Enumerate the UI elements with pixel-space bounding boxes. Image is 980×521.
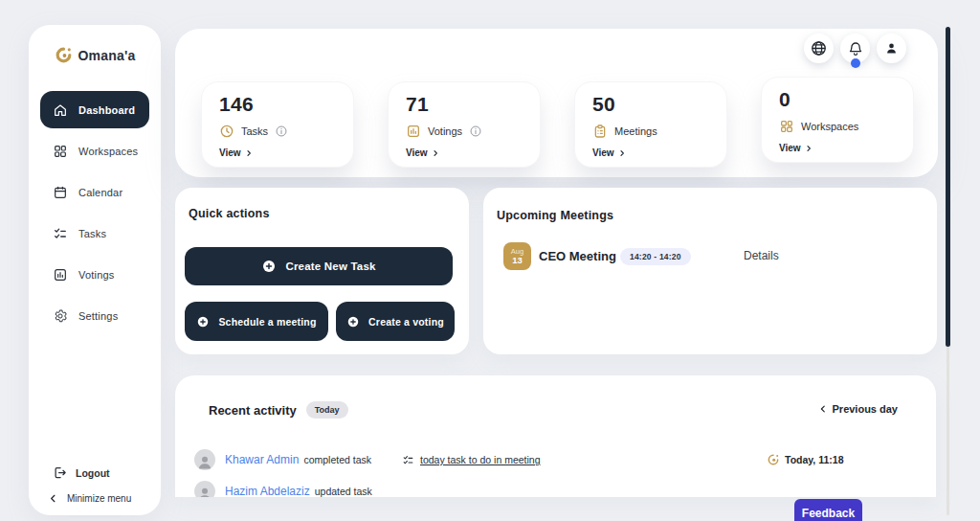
- recent-activity-panel: Recent activity Today Previous day Khawa…: [175, 375, 936, 497]
- plus-circle-icon: [346, 315, 360, 328]
- chevron-right-icon: [245, 149, 253, 157]
- calendar-icon: [53, 185, 68, 200]
- profile-button[interactable]: [877, 34, 906, 63]
- brand-name: Omana'a: [78, 48, 136, 63]
- clipboard-icon: [592, 124, 608, 139]
- stat-label: Votings: [428, 125, 462, 137]
- sidebar-item-label: Settings: [78, 310, 118, 322]
- activity-user-link[interactable]: Khawar Admin: [225, 453, 299, 466]
- sidebar-item-tasks[interactable]: Tasks: [40, 215, 149, 252]
- notification-dot: [851, 58, 860, 68]
- chevron-right-icon: [805, 145, 813, 152]
- tasks-icon: [53, 226, 68, 241]
- create-voting-button[interactable]: Create a voting: [336, 302, 455, 341]
- view-tasks-link[interactable]: View: [219, 147, 353, 158]
- tasks-icon: [402, 454, 414, 466]
- sidebar-item-dashboard[interactable]: Dashboard: [40, 91, 149, 128]
- create-new-task-button[interactable]: Create New Task: [185, 247, 453, 285]
- sidebar-item-label: Dashboard: [78, 104, 135, 116]
- logout-icon: [53, 465, 67, 480]
- bar-chart-icon: [406, 124, 421, 139]
- stat-label: Tasks: [241, 125, 268, 137]
- clock-icon: [219, 124, 234, 139]
- home-icon: [53, 102, 68, 118]
- previous-day-button[interactable]: Previous day: [818, 403, 898, 415]
- meeting-date-badge: Aug 13: [503, 242, 531, 270]
- sidebar-item-workspaces[interactable]: Workspaces: [40, 132, 149, 170]
- activity-time: Today, 11:18: [785, 454, 843, 465]
- sidebar-item-label: Calendar: [78, 187, 122, 198]
- quick-actions-panel: Quick actions Create New Task Schedule a…: [175, 188, 469, 354]
- today-badge: Today: [306, 401, 348, 419]
- plus-circle-icon: [261, 259, 277, 274]
- activity-row: Khawar Admin completed task today task t…: [194, 448, 917, 471]
- chevron-left-icon: [818, 404, 828, 414]
- upcoming-meetings-title: Upcoming Meetings: [497, 209, 613, 222]
- stat-label: Workspaces: [801, 121, 858, 132]
- settings-icon: [53, 308, 68, 324]
- brand-logo-icon: [55, 46, 73, 64]
- user-icon: [883, 40, 900, 57]
- grid-icon: [779, 119, 794, 134]
- activity-task-link[interactable]: today task to do in meeting: [420, 454, 541, 465]
- minimize-menu-label: Minimize menu: [67, 493, 131, 504]
- sidebar-item-label: Workspaces: [78, 146, 138, 157]
- chevron-right-icon: [432, 149, 439, 157]
- globe-icon: [810, 39, 828, 57]
- stat-card-meetings: 50 Meetings View: [574, 81, 727, 168]
- meeting-row: Aug 13 CEO Meeting 14:20 - 14:20 Details: [483, 240, 937, 275]
- plus-circle-icon: [196, 315, 210, 328]
- stat-label: Meetings: [614, 125, 657, 137]
- sidebar: Omana'a Dashboard: [29, 25, 161, 515]
- stat-value: 0: [779, 88, 913, 111]
- stat-value: 50: [592, 93, 726, 116]
- sidebar-item-label: Votings: [78, 269, 114, 281]
- view-workspaces-link[interactable]: View: [779, 143, 913, 153]
- avatar: [194, 481, 215, 497]
- scrollbar-thumb[interactable]: [946, 27, 950, 347]
- logout-button[interactable]: Logout: [53, 465, 110, 480]
- activity-user-link[interactable]: Hazim Abdelaziz: [225, 485, 310, 497]
- stat-card-tasks: 146 Tasks View: [201, 81, 354, 168]
- logout-label: Logout: [76, 467, 110, 479]
- quick-actions-title: Quick actions: [189, 207, 270, 220]
- bell-icon: [847, 40, 864, 57]
- sidebar-item-settings[interactable]: Settings: [40, 297, 149, 334]
- view-votings-link[interactable]: View: [406, 147, 540, 158]
- info-icon[interactable]: [275, 125, 288, 138]
- sidebar-item-calendar[interactable]: Calendar: [40, 173, 149, 211]
- votings-icon: [53, 267, 68, 283]
- time-logo-icon: [767, 453, 780, 466]
- chevron-right-icon: [618, 149, 626, 157]
- language-button[interactable]: [804, 34, 834, 63]
- activity-row: Hazim Abdelaziz updated task: [194, 480, 917, 497]
- sidebar-item-label: Tasks: [78, 228, 106, 239]
- stat-value: 146: [219, 93, 353, 116]
- workspaces-icon: [53, 144, 68, 159]
- minimize-menu-button[interactable]: Minimize menu: [48, 493, 131, 504]
- activity-action: updated task: [315, 486, 372, 497]
- meeting-details-link[interactable]: Details: [744, 249, 779, 262]
- brand: Omana'a: [29, 46, 161, 64]
- sidebar-item-votings[interactable]: Votings: [40, 256, 149, 293]
- activity-action: completed task: [303, 454, 371, 465]
- sidebar-nav: Dashboard Workspaces: [40, 91, 149, 338]
- meeting-time-badge: 14:20 - 14:20: [620, 248, 691, 265]
- schedule-meeting-button[interactable]: Schedule a meeting: [185, 302, 328, 341]
- recent-activity-title: Recent activity: [209, 403, 297, 418]
- stat-card-workspaces: 0 Workspaces View: [761, 77, 914, 163]
- dashboard-page: Omana'a Dashboard: [0, 0, 980, 521]
- scrollbar-track: [947, 345, 949, 515]
- avatar: [194, 449, 215, 470]
- chevron-left-icon: [48, 493, 58, 504]
- stat-value: 71: [406, 93, 540, 116]
- view-meetings-link[interactable]: View: [592, 147, 726, 158]
- upcoming-meetings-panel: Upcoming Meetings Aug 13 CEO Meeting 14:…: [483, 188, 937, 354]
- feedback-button[interactable]: Feedback: [794, 499, 862, 521]
- meeting-title: CEO Meeting: [539, 249, 616, 263]
- stat-card-votings: 71 Votings View: [388, 81, 541, 168]
- info-icon[interactable]: [469, 125, 482, 138]
